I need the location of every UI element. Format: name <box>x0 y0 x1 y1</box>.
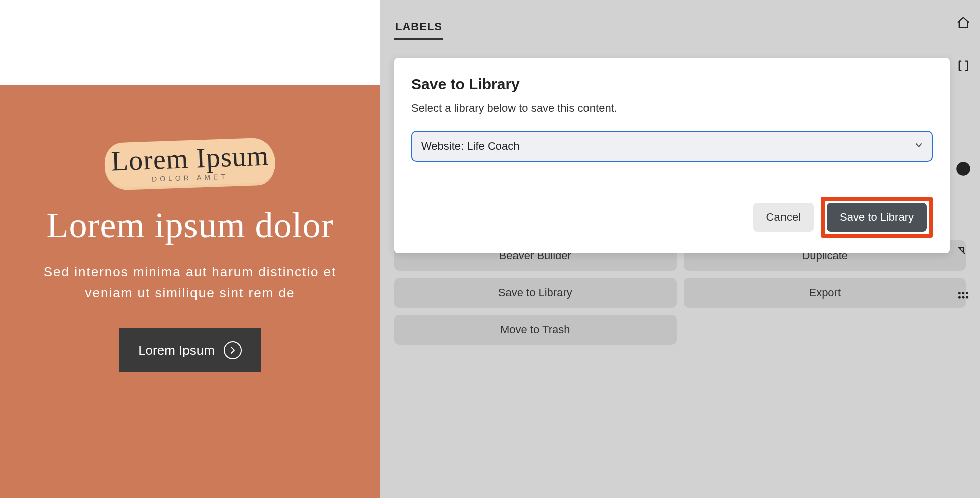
arrow-right-icon <box>224 341 242 359</box>
hero-cta-button[interactable]: Lorem Ipsum <box>119 328 261 372</box>
modal-title: Save to Library <box>411 76 933 93</box>
move-to-trash-button[interactable]: Move to Trash <box>394 315 677 345</box>
svg-point-6 <box>966 296 968 299</box>
svg-point-0 <box>956 162 970 176</box>
action-grid: Beaver Builder Duplicate Save to Library… <box>394 240 966 345</box>
hero-title: Lorem ipsum dolor <box>20 205 360 246</box>
save-to-library-confirm-button[interactable]: Save to Library <box>827 203 927 232</box>
logo: Lorem Ipsum DOLOR AMET <box>105 140 275 188</box>
save-to-library-modal: Save to Library Select a library below t… <box>394 58 950 253</box>
page-preview: Lorem Ipsum DOLOR AMET Lorem ipsum dolor… <box>0 0 380 498</box>
bracket-icon[interactable] <box>956 58 971 73</box>
svg-point-1 <box>958 292 961 294</box>
highlight-annotation: Save to Library <box>821 197 933 238</box>
svg-point-3 <box>966 292 968 294</box>
modal-description: Select a library below to save this cont… <box>411 102 933 115</box>
home-icon[interactable] <box>956 15 971 30</box>
logo-text: Lorem Ipsum <box>104 141 276 175</box>
dark-circle-icon[interactable] <box>956 161 971 176</box>
svg-point-5 <box>962 296 965 299</box>
cancel-button[interactable]: Cancel <box>753 203 814 232</box>
library-select-value: Website: Life Coach <box>421 140 519 153</box>
chevron-down-icon <box>915 141 923 152</box>
hero-content: Lorem Ipsum DOLOR AMET Lorem ipsum dolor… <box>0 140 380 372</box>
hero-cta-label: Lorem Ipsum <box>138 343 215 358</box>
save-to-library-button[interactable]: Save to Library <box>394 278 677 308</box>
svg-point-2 <box>962 292 965 294</box>
corner-icon[interactable] <box>956 244 971 260</box>
sidebar-icon-rail <box>956 15 971 303</box>
modal-footer: Cancel Save to Library <box>411 197 933 238</box>
svg-point-4 <box>958 296 961 299</box>
apps-grid-icon[interactable] <box>956 288 971 303</box>
tab-labels[interactable]: LABELS <box>394 20 443 40</box>
hero-description: Sed internos minima aut harum distinctio… <box>20 262 360 303</box>
tabs-row: LABELS <box>394 20 966 40</box>
library-select[interactable]: Website: Life Coach <box>411 131 933 162</box>
export-button[interactable]: Export <box>684 278 966 308</box>
side-panel: LABELS Beaver Builder Duplicate Save to … <box>380 0 980 498</box>
